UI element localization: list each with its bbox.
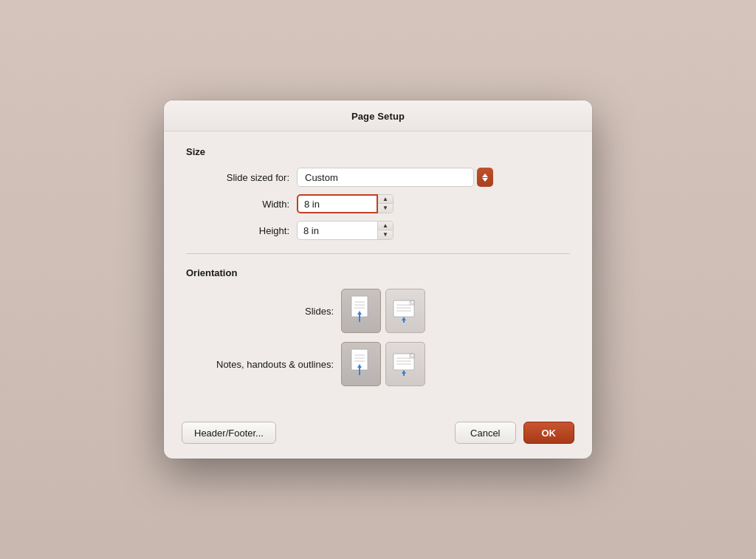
height-label: Height: bbox=[186, 225, 289, 236]
dialog-footer: Header/Footer... Cancel OK bbox=[164, 413, 592, 459]
dialog-title: Page Setup bbox=[176, 111, 580, 122]
dialog-body: Size Slide sized for: Custom Letter (8.5… bbox=[164, 131, 592, 413]
slide-sized-for-wrapper: Custom Letter (8.5 x 11 in) A4 (210 x 29… bbox=[297, 168, 570, 187]
dialog-titlebar: Page Setup bbox=[164, 100, 592, 131]
svg-marker-25 bbox=[402, 370, 406, 374]
notes-label: Notes, handouts & outlines: bbox=[186, 359, 334, 370]
height-input-wrapper: ▲ ▼ bbox=[297, 221, 394, 240]
slides-orientation-row: Slides: bbox=[186, 289, 570, 333]
select-arrows-icon bbox=[482, 174, 488, 182]
orientation-section: Orientation Slides: bbox=[186, 267, 570, 386]
notes-landscape-btn[interactable] bbox=[385, 342, 425, 386]
slides-portrait-icon bbox=[348, 295, 374, 327]
width-label: Width: bbox=[186, 199, 289, 210]
slide-sized-for-arrows-btn[interactable] bbox=[477, 168, 493, 187]
size-section: Size Slide sized for: Custom Letter (8.5… bbox=[186, 146, 570, 240]
height-stepper-up[interactable]: ▲ bbox=[378, 222, 393, 230]
height-row: Height: ▲ ▼ bbox=[186, 221, 570, 240]
height-stepper: ▲ ▼ bbox=[378, 221, 394, 240]
slides-landscape-btn[interactable] bbox=[385, 289, 425, 333]
slides-orientation-buttons bbox=[341, 289, 425, 333]
width-input[interactable] bbox=[297, 194, 378, 213]
section-divider bbox=[186, 253, 570, 254]
width-stepper: ▲ ▼ bbox=[378, 194, 394, 213]
notes-orientation-row: Notes, handouts & outlines: bbox=[186, 342, 570, 386]
orientation-section-title: Orientation bbox=[186, 267, 570, 278]
width-input-wrapper: ▲ ▼ bbox=[297, 194, 394, 213]
ok-button[interactable]: OK bbox=[523, 422, 575, 444]
svg-marker-12 bbox=[402, 317, 406, 320]
footer-right-buttons: Cancel OK bbox=[455, 422, 574, 444]
height-stepper-down[interactable]: ▼ bbox=[378, 230, 393, 239]
slide-sized-for-row: Slide sized for: Custom Letter (8.5 x 11… bbox=[186, 168, 570, 187]
size-section-title: Size bbox=[186, 146, 570, 157]
width-stepper-down[interactable]: ▼ bbox=[378, 204, 393, 213]
slide-sized-for-select[interactable]: Custom Letter (8.5 x 11 in) A4 (210 x 29… bbox=[297, 168, 474, 187]
width-stepper-up[interactable]: ▲ bbox=[378, 195, 393, 204]
cancel-button[interactable]: Cancel bbox=[455, 422, 515, 444]
slides-portrait-btn[interactable] bbox=[341, 289, 381, 333]
notes-landscape-icon bbox=[392, 348, 419, 380]
slide-sized-for-label: Slide sized for: bbox=[186, 172, 289, 183]
notes-portrait-btn[interactable] bbox=[341, 342, 381, 386]
header-footer-button[interactable]: Header/Footer... bbox=[182, 422, 276, 444]
notes-orientation-buttons bbox=[341, 342, 425, 386]
slides-label: Slides: bbox=[186, 306, 334, 317]
slides-landscape-icon bbox=[392, 295, 419, 327]
height-input[interactable] bbox=[297, 221, 378, 240]
notes-portrait-icon bbox=[348, 348, 374, 380]
backdrop: Page Setup Size Slide sized for: Custom … bbox=[0, 0, 756, 559]
page-setup-dialog: Page Setup Size Slide sized for: Custom … bbox=[164, 100, 592, 459]
width-row: Width: ▲ ▼ bbox=[186, 194, 570, 213]
